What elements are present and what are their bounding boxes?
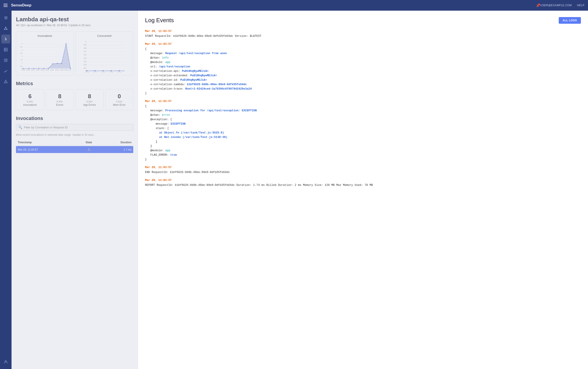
all-logs-button[interactable]: ALL LOGS [559,17,581,24]
svg-point-48 [43,68,44,69]
svg-text:0.9: 0.9 [84,44,86,46]
metric-mem-errors: 0 0.0/hr Mem Error [105,89,133,110]
svg-text:10:44: 10:44 [55,69,59,71]
metric-invocations-rate: 6.0/hr [19,100,41,103]
invocations-title: Invocations [16,115,133,121]
metric-invocations: 6 6.0/hr Invocations [16,89,44,110]
pin-icon[interactable]: 📌 [536,3,540,8]
hamburger-button[interactable] [4,4,8,7]
invocations-chart: Invocations 4 3.5 3 2.5 2 1.5 1 0.5 [16,31,74,75]
svg-text:10:19: 10:19 [101,72,105,72]
svg-point-52 [61,63,62,64]
sidebar-item-user[interactable] [1,358,10,366]
svg-text:1: 1 [85,40,86,42]
concurrent-chart-area: 1 0.9 0.8 0.7 0.6 0.5 0.4 0.3 0.1 0 [79,39,131,72]
right-panel: Log Events ALL LOGS Mar 29, 11:03:57 STA… [138,11,588,369]
svg-text:10:14: 10:14 [26,69,30,71]
svg-text:10:29: 10:29 [117,72,121,72]
log-timestamp-4: Mar 29, 11:03:57 [145,165,581,170]
table-icon [4,48,8,52]
charts-row: Invocations 4 3.5 3 2.5 2 1.5 1 0.5 [16,31,133,75]
metric-mem-errors-value: 0 [108,93,130,100]
row-state: ⚠ [75,147,103,152]
row-timestamp: Mar 29, 11:03:57 [16,148,75,151]
log-brace-close-2: } [145,157,581,162]
concurrent-svg: 1 0.9 0.8 0.7 0.6 0.5 0.4 0.3 0.1 0 [79,39,131,72]
svg-text:1.5: 1.5 [20,59,22,61]
svg-text:0.7: 0.7 [84,50,86,52]
left-panel: Lambda api-qa-test All / QA / ap-southea… [11,11,138,369]
log-message-1: message: Request /api/test/exception fro… [145,51,581,56]
log-exception-close: } [145,144,581,148]
sidebar-item-dashboard[interactable]: ⊞ [1,13,10,22]
log-line-report: REPORT RequestId: b1bf6626-9d9b-46be-89e… [145,183,581,187]
sidebar-item-metrics[interactable] [1,67,10,75]
svg-point-12 [6,82,6,83]
metric-app-errors-rate: 8.0/hr [79,100,101,103]
svg-text:10:34: 10:34 [45,69,49,71]
table-row[interactable]: Mar 29, 11:03:57 ⚠ 1.7 ms [16,146,133,153]
nav-right: USER@EXAMPLE.COM HELP [540,4,584,7]
log-chan-1: @chan: info [145,56,581,60]
metric-mem-errors-rate: 0.0/hr [108,100,130,103]
svg-point-53 [66,43,67,45]
svg-point-81 [94,70,95,72]
sidebar-item-table[interactable] [1,45,10,54]
log-exception-open: @exception: { [145,117,581,122]
svg-text:0.1: 0.1 [84,67,86,69]
help-link[interactable]: HELP [577,4,584,7]
svg-point-44 [23,68,24,69]
svg-text:10:59: 10:59 [69,69,71,71]
svg-point-49 [48,68,49,69]
log-url-1: url: /api/test/exception [145,64,581,69]
layers-icon [4,59,8,62]
svg-text:0.6: 0.6 [84,54,86,56]
metric-app-errors: 8 8.0/hr App Errors [76,89,103,110]
svg-point-80 [86,70,87,72]
metric-invocations-label: Invocations [19,103,41,106]
metric-errors-label: Errors [49,103,71,106]
svg-point-45 [28,68,30,69]
sidebar-item-alerts[interactable] [1,77,10,86]
metric-errors-rate: 8.0/hr [49,100,71,103]
svg-text:10:09: 10:09 [21,69,25,71]
svg-text:3: 3 [21,49,22,51]
svg-point-51 [57,63,58,64]
sidebar-item-layers[interactable] [1,56,10,65]
log-timestamp-1: Mar 29, 11:03:57 [145,29,581,33]
svg-text:0.5: 0.5 [84,57,86,59]
log-flag-error: FLAG_ERROR: true [145,153,581,157]
log-timestamp-2: Mar 29, 11:03:57 [145,42,581,46]
log-xcorr-api: x-correlation-api: PuD1HhqNywMEJiA= [145,69,581,73]
log-exception-msg: message: EXCEPTION [145,122,581,126]
svg-text:10:09: 10:09 [85,72,89,72]
svg-text:10:54: 10:54 [64,69,68,71]
log-module-1: @module: app [145,60,581,64]
top-nav: SenseDeep 📌 USER@EXAMPLE.COM HELP [0,0,588,11]
log-brace-close-1: } [145,91,581,96]
log-title: Log Events [145,17,174,24]
svg-text:10:49: 10:49 [60,69,63,71]
sidebar-item-lambda[interactable]: λ [1,35,10,43]
search-bar: 🔍 [16,124,133,131]
row-duration: 1.7 ms [103,148,133,151]
concurrent-chart: Concurrent 1 0.9 0.8 0.7 0.6 0.5 0.4 0.3… [76,31,133,75]
log-xcorr-trace: x-correlation-trace: Root=1-62424ced-3a7… [145,87,581,91]
svg-text:0: 0 [85,70,86,72]
svg-text:2: 2 [21,55,22,57]
col-header-duration: Duration [103,141,133,144]
user-icon [4,360,8,364]
metrics-title: Metrics [16,81,133,86]
log-line-start: START RequestId: b1bf6626-9d9b-46be-89e9… [145,34,581,38]
search-input[interactable] [24,126,131,129]
svg-text:3.5: 3.5 [20,46,22,48]
sidebar-item-topology[interactable] [1,24,10,33]
svg-point-82 [102,70,103,72]
svg-line-4 [6,28,7,29]
svg-text:10:14: 10:14 [93,72,97,72]
svg-point-46 [33,68,34,69]
recent-invocations-text: Most recent invocations in selected date… [16,133,133,136]
metric-errors: 8 8.0/hr Errors [46,89,74,110]
svg-line-3 [5,28,6,29]
svg-text:0.4: 0.4 [84,60,86,62]
